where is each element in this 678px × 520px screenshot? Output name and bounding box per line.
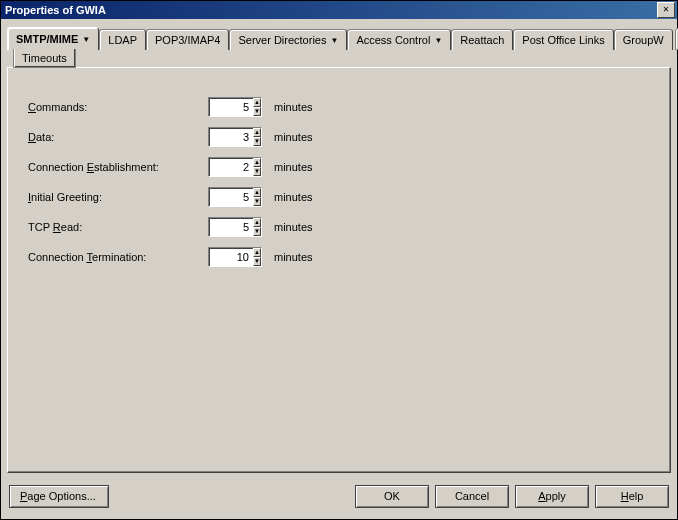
properties-window: Properties of GWIA ✕ SMTP/MIME ▼ LDAP PO… bbox=[0, 0, 678, 520]
tabstrip-area: SMTP/MIME ▼ LDAP POP3/IMAP4 Server Direc… bbox=[1, 19, 677, 67]
spin-up-icon[interactable]: ▲ bbox=[253, 98, 261, 107]
tab-access-control[interactable]: Access Control ▼ bbox=[347, 29, 451, 50]
help-button[interactable]: Help bbox=[595, 485, 669, 508]
spinner-commands: ▲ ▼ bbox=[208, 97, 262, 117]
input-conn-est[interactable] bbox=[209, 158, 253, 176]
label-greeting: Initial Greeting: bbox=[28, 191, 208, 203]
dropdown-icon: ▼ bbox=[330, 36, 338, 45]
unit-commands: minutes bbox=[274, 101, 313, 113]
spin-up-icon[interactable]: ▲ bbox=[253, 158, 261, 167]
spin-up-icon[interactable]: ▲ bbox=[253, 218, 261, 227]
titlebar: Properties of GWIA ✕ bbox=[1, 1, 677, 19]
tab-ldap[interactable]: LDAP bbox=[99, 29, 146, 50]
unit-data: minutes bbox=[274, 131, 313, 143]
spinner-greeting: ▲ ▼ bbox=[208, 187, 262, 207]
tab-label: GroupW bbox=[623, 34, 664, 46]
tab-smtp-mime[interactable]: SMTP/MIME ▼ bbox=[7, 27, 99, 50]
spinner-data: ▲ ▼ bbox=[208, 127, 262, 147]
spin-commands: ▲ ▼ bbox=[253, 98, 261, 116]
tab-label: Post Office Links bbox=[522, 34, 604, 46]
spin-greeting: ▲ ▼ bbox=[253, 188, 261, 206]
spin-tcp-read: ▲ ▼ bbox=[253, 218, 261, 236]
window-title: Properties of GWIA bbox=[5, 4, 106, 16]
spin-data: ▲ ▼ bbox=[253, 128, 261, 146]
input-commands[interactable] bbox=[209, 98, 253, 116]
spin-conn-est: ▲ ▼ bbox=[253, 158, 261, 176]
tab-label: Access Control bbox=[356, 34, 430, 46]
label-conn-est: Connection Establishment: bbox=[28, 161, 208, 173]
input-conn-term[interactable] bbox=[209, 248, 253, 266]
close-button[interactable]: ✕ bbox=[657, 2, 675, 18]
input-data[interactable] bbox=[209, 128, 253, 146]
row-data: Data: ▲ ▼ minutes bbox=[28, 122, 650, 152]
dropdown-icon: ▼ bbox=[82, 35, 90, 44]
label-commands: Commands: bbox=[28, 101, 208, 113]
subtab-row: Timeouts bbox=[7, 49, 671, 67]
tab-pop3-imap4[interactable]: POP3/IMAP4 bbox=[146, 29, 229, 50]
row-commands: Commands: ▲ ▼ minutes bbox=[28, 92, 650, 122]
tab-label: Server Directories bbox=[238, 34, 326, 46]
label-data: Data: bbox=[28, 131, 208, 143]
tabstrip: SMTP/MIME ▼ LDAP POP3/IMAP4 Server Direc… bbox=[7, 27, 671, 49]
spinner-tcp-read: ▲ ▼ bbox=[208, 217, 262, 237]
label-tcp-read: TCP Read: bbox=[28, 221, 208, 233]
ok-button[interactable]: OK bbox=[355, 485, 429, 508]
tab-reattach[interactable]: Reattach bbox=[451, 29, 513, 50]
row-conn-est: Connection Establishment: ▲ ▼ minutes bbox=[28, 152, 650, 182]
row-greeting: Initial Greeting: ▲ ▼ minutes bbox=[28, 182, 650, 212]
spinner-conn-est: ▲ ▼ bbox=[208, 157, 262, 177]
unit-conn-term: minutes bbox=[274, 251, 313, 263]
spin-conn-term: ▲ ▼ bbox=[253, 248, 261, 266]
dropdown-icon: ▼ bbox=[434, 36, 442, 45]
tab-scroll-nav: ◄ ► bbox=[675, 27, 678, 49]
input-greeting[interactable] bbox=[209, 188, 253, 206]
apply-button[interactable]: Apply bbox=[515, 485, 589, 508]
subtab-label: Timeouts bbox=[22, 52, 67, 64]
spin-up-icon[interactable]: ▲ bbox=[253, 188, 261, 197]
spin-up-icon[interactable]: ▲ bbox=[253, 248, 261, 257]
spin-down-icon[interactable]: ▼ bbox=[253, 197, 261, 206]
row-conn-term: Connection Termination: ▲ ▼ minutes bbox=[28, 242, 650, 272]
tab-groupwise[interactable]: GroupW bbox=[614, 29, 673, 50]
input-tcp-read[interactable] bbox=[209, 218, 253, 236]
tab-server-directories[interactable]: Server Directories ▼ bbox=[229, 29, 347, 50]
spin-down-icon[interactable]: ▼ bbox=[253, 167, 261, 176]
titlebar-controls: ✕ bbox=[657, 2, 675, 18]
spin-up-icon[interactable]: ▲ bbox=[253, 128, 261, 137]
tab-label: Reattach bbox=[460, 34, 504, 46]
label-conn-term: Connection Termination: bbox=[28, 251, 208, 263]
spin-down-icon[interactable]: ▼ bbox=[253, 227, 261, 236]
tab-label: LDAP bbox=[108, 34, 137, 46]
cancel-button[interactable]: Cancel bbox=[435, 485, 509, 508]
timeouts-panel: Commands: ▲ ▼ minutes Data: ▲ ▼ bbox=[7, 67, 671, 473]
tab-post-office-links[interactable]: Post Office Links bbox=[513, 29, 613, 50]
spinner-conn-term: ▲ ▼ bbox=[208, 247, 262, 267]
spin-down-icon[interactable]: ▼ bbox=[253, 257, 261, 266]
tab-label: POP3/IMAP4 bbox=[155, 34, 220, 46]
row-tcp-read: TCP Read: ▲ ▼ minutes bbox=[28, 212, 650, 242]
tab-scroll-left[interactable]: ◄ bbox=[675, 28, 678, 50]
tab-label: SMTP/MIME bbox=[16, 33, 78, 45]
subtab-timeouts[interactable]: Timeouts bbox=[13, 49, 76, 68]
unit-conn-est: minutes bbox=[274, 161, 313, 173]
page-options-button[interactable]: Page Options... bbox=[9, 485, 109, 508]
unit-tcp-read: minutes bbox=[274, 221, 313, 233]
spin-down-icon[interactable]: ▼ bbox=[253, 137, 261, 146]
button-bar: Page Options... OK Cancel Apply Help bbox=[1, 479, 677, 519]
spin-down-icon[interactable]: ▼ bbox=[253, 107, 261, 116]
unit-greeting: minutes bbox=[274, 191, 313, 203]
